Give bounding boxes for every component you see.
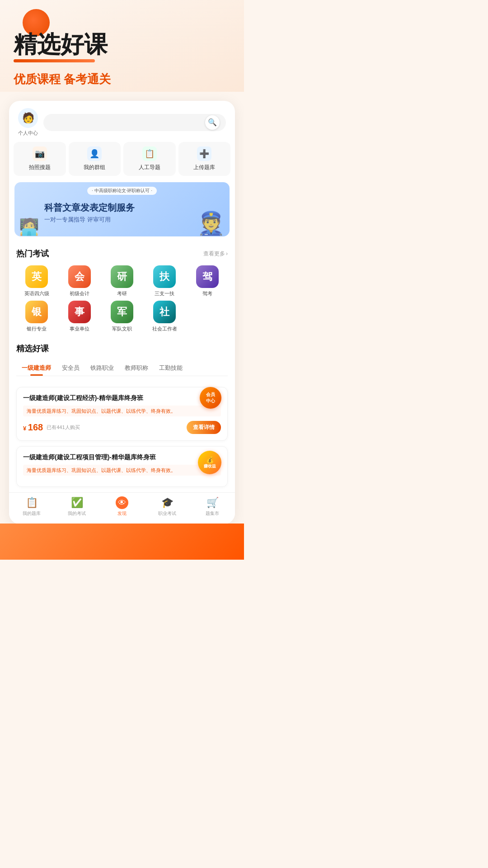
banner-dots <box>9 243 235 248</box>
exam-item-kaoyan[interactable]: 研 考研 <box>102 265 142 297</box>
course-card-wrap-2: 一级建造师(建设工程项目管理)-精华题库终身班 海量优质题库练习、巩固知识点、以… <box>16 446 228 487</box>
exam-icon-yingyu: 英 <box>25 265 48 288</box>
course-card-2: 一级建造师(建设工程项目管理)-精华题库终身班 海量优质题库练习、巩固知识点、以… <box>16 446 228 487</box>
exam-icon-sanzhiyifu: 扶 <box>153 265 176 288</box>
avatar-area[interactable]: 🧑 个人中心 <box>18 108 38 137</box>
nav-item-zhiye[interactable]: 🎓 职业考试 <box>145 496 190 517</box>
tab-anquan[interactable]: 安全员 <box>56 360 85 376</box>
hot-exams-header: 热门考试 查看更多 › <box>16 248 228 259</box>
avatar: 🧑 <box>18 108 38 128</box>
quick-btn-upload-label: 上传题库 <box>193 164 215 171</box>
featured-courses-header: 精选好课 <box>16 343 228 354</box>
hero-section: 精选好课 优质课程 备考通关 <box>0 0 244 92</box>
nav-item-tiji[interactable]: 🛒 题集市 <box>190 496 235 517</box>
exam-grid: 英 英语四六级 会 初级会计 研 考研 扶 三支一扶 驾 驾考 银 银行专业 <box>16 265 228 332</box>
banner-figure-left: 🧑‍💻 <box>19 217 39 236</box>
bottom-nav: 📋 我的题库 ✅ 我的考试 👁 发现 🎓 职业考试 🛒 题集市 <box>9 492 235 524</box>
app-card: 🧑 个人中心 🔍 📷 拍照搜题 👤 我的群组 📋 人工导题 ➕ 上传题库 · 中… <box>9 101 235 524</box>
course-price-1: ¥ 168 <box>23 422 43 433</box>
exam-label-sanzhiyifu: 三支一扶 <box>155 290 174 297</box>
exam-item-shiye[interactable]: 事 事业单位 <box>59 301 99 332</box>
tab-gongqin[interactable]: 工勤技能 <box>154 360 188 376</box>
quick-btn-guide-label: 人工导题 <box>139 164 160 171</box>
search-icon[interactable]: 🔍 <box>205 115 220 130</box>
tab-yijian[interactable]: 一级建造师 <box>16 360 56 376</box>
nav-item-faxian[interactable]: 👁 发现 <box>99 496 145 517</box>
exam-label-yinhang: 银行专业 <box>27 326 47 332</box>
tab-jiaoshi[interactable]: 教师职称 <box>119 360 154 376</box>
hot-exams-section: 热门考试 查看更多 › 英 英语四六级 会 初级会计 研 考研 扶 三支一扶 <box>9 248 235 337</box>
hot-exams-more[interactable]: 查看更多 › <box>203 250 228 258</box>
course-price-area-1: ¥ 168 已有441人购买 <box>23 422 80 433</box>
search-bar[interactable]: 🔍 <box>43 114 226 131</box>
course-tabs: 一级建造师 安全员 铁路职业 教师职称 工勤技能 <box>16 360 228 376</box>
camera-icon: 📷 <box>33 146 47 161</box>
guide-icon: 📋 <box>142 146 157 161</box>
nav-item-tiku[interactable]: 📋 我的题库 <box>9 496 54 517</box>
banner-tag: · 中高级职称论文·评职称认可 · <box>87 187 157 195</box>
app-header: 🧑 个人中心 🔍 <box>9 101 235 142</box>
quick-actions: 📷 拍照搜题 👤 我的群组 📋 人工导题 ➕ 上传题库 <box>9 142 235 182</box>
quick-btn-group-label: 我的群组 <box>84 164 105 171</box>
hero-subtitle: 优质课程 备考通关 <box>14 71 230 87</box>
exam-label-kuaiji: 初级会计 <box>70 290 89 297</box>
nav-label-kaoshi: 我的考试 <box>68 510 86 517</box>
quick-btn-photo-label: 拍照搜题 <box>29 164 51 171</box>
exam-label-yingyu: 英语四六级 <box>24 290 49 297</box>
upload-icon: ➕ <box>197 146 211 161</box>
nav-label-tiku: 我的题库 <box>23 510 41 517</box>
nav-label-tiji: 题集市 <box>206 510 219 517</box>
tiji-icon: 🛒 <box>206 496 219 509</box>
hero-title: 精选好课 <box>14 32 230 62</box>
quick-btn-upload[interactable]: ➕ 上传题库 <box>178 142 231 176</box>
quick-btn-guide[interactable]: 📋 人工导题 <box>123 142 176 176</box>
exam-item-kuaiji[interactable]: 会 初级会计 <box>59 265 99 297</box>
course-buyers-1: 已有441人购买 <box>47 424 80 431</box>
featured-courses-section: 精选好课 一级建造师 安全员 铁路职业 教师职称 工勤技能 <box>9 337 235 387</box>
quick-btn-photo[interactable]: 📷 拍照搜题 <box>14 142 66 176</box>
exam-item-yingyu[interactable]: 英 英语四六级 <box>16 265 57 297</box>
banner-figure-right: 👮 <box>197 210 225 236</box>
exam-label-jiakao: 驾考 <box>202 290 212 297</box>
exam-icon-yinhang: 银 <box>25 301 48 323</box>
banner-title: 科普文章发表定制服务 <box>44 202 135 214</box>
exam-item-shehui[interactable]: 社 社会工作者 <box>144 301 185 332</box>
exam-item-jiakao[interactable]: 驾 驾考 <box>187 265 228 297</box>
course-desc-2: 海量优质题库练习、巩固知识点、以题代课、以练代学、终身有效。 <box>23 465 221 476</box>
exam-item-sanzhiyifu[interactable]: 扶 三支一扶 <box>144 265 185 297</box>
tiku-icon: 📋 <box>25 496 38 509</box>
exam-label-kaoyan: 考研 <box>117 290 127 297</box>
tab-tielu[interactable]: 铁路职业 <box>85 360 119 376</box>
course-list: 一级建造师(建设工程经济)-精华题库终身班 海量优质题库练习、巩固知识点、以题代… <box>9 387 235 487</box>
quick-btn-group[interactable]: 👤 我的群组 <box>69 142 121 176</box>
avatar-label: 个人中心 <box>18 130 38 137</box>
zhiye-icon: 🎓 <box>161 496 174 509</box>
exam-icon-kaoyan: 研 <box>111 265 133 288</box>
course-title-1: 一级建造师(建设工程经济)-精华题库终身班 <box>23 394 221 403</box>
kaoshi-icon: ✅ <box>70 496 83 509</box>
exam-icon-jundui: 军 <box>111 301 133 323</box>
exam-icon-shehui: 社 <box>153 301 176 323</box>
course-title-2: 一级建造师(建设工程项目管理)-精华题库终身班 <box>23 453 221 462</box>
banner[interactable]: · 中高级职称论文·评职称认可 · 🧑‍💻 科普文章发表定制服务 一对一专属指导… <box>14 182 230 236</box>
nav-item-kaoshi[interactable]: ✅ 我的考试 <box>54 496 99 517</box>
course-detail-btn-1[interactable]: 查看详情 <box>187 421 221 434</box>
faxian-icon: 👁 <box>116 496 128 509</box>
hot-exams-title: 热门考试 <box>16 248 49 259</box>
group-icon: 👤 <box>87 146 102 161</box>
exam-icon-jiakao: 驾 <box>196 265 219 288</box>
featured-courses-title: 精选好课 <box>16 343 49 354</box>
course-card-wrap-1: 一级建造师(建设工程经济)-精华题库终身班 海量优质题库练习、巩固知识点、以题代… <box>16 387 228 441</box>
banner-content: 科普文章发表定制服务 一对一专属指导 评审可用 <box>44 202 135 224</box>
course-badge-1: 会员中心 <box>200 387 221 409</box>
banner-subtitle: 一对一专属指导 评审可用 <box>44 216 135 224</box>
bottom-cta <box>0 524 244 560</box>
course-desc-1: 海量优质题库练习、巩固知识点、以题代课、以练代学、终身有效。 <box>23 406 221 417</box>
exam-icon-shiye: 事 <box>68 301 91 323</box>
exam-item-yinhang[interactable]: 银 银行专业 <box>16 301 57 332</box>
nav-label-faxian: 发现 <box>117 510 127 517</box>
course-badge-2: 💰 赚收益 <box>198 451 221 474</box>
exam-item-jundui[interactable]: 军 军队文职 <box>102 301 142 332</box>
nav-label-zhiye: 职业考试 <box>158 510 176 517</box>
exam-icon-kuaiji: 会 <box>68 265 91 288</box>
